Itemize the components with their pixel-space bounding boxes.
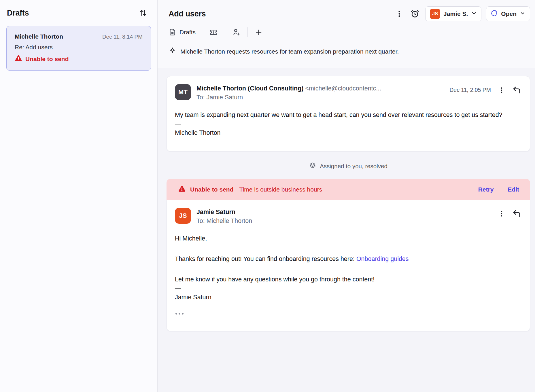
message-actions: Dec 11, 2:05 PM — [449, 84, 522, 95]
edit-button[interactable]: Edit — [508, 186, 519, 193]
error-title: Unable to send — [190, 186, 234, 193]
ai-summary-text: Michelle Thorton requests resources for … — [180, 48, 399, 55]
error-detail: Time is outside business hours — [239, 186, 322, 193]
signature-divider: — — [175, 284, 521, 293]
document-icon — [169, 28, 176, 36]
message-from: Michelle Thorton (Cloud Consulting) <mic… — [196, 84, 444, 93]
toolbar-divider — [247, 27, 248, 37]
avatar: JS — [175, 208, 191, 224]
assignee-avatar: JS — [430, 9, 440, 19]
message-thread[interactable]: MT Michelle Thorton (Cloud Consulting) <… — [158, 68, 535, 392]
status-label: Open — [501, 10, 517, 17]
sidebar-header: Drafts — [6, 0, 151, 26]
chevron-down-icon — [520, 10, 525, 18]
more-options-button[interactable] — [394, 9, 404, 19]
add-participant-button[interactable] — [232, 27, 241, 37]
chevron-down-icon — [471, 10, 477, 18]
person-add-icon — [232, 28, 241, 36]
kebab-menu-icon — [498, 210, 505, 217]
assignee-button[interactable]: JS Jamie S. — [425, 6, 481, 21]
reply-arrow-icon — [512, 86, 521, 94]
draft-list-item[interactable]: Michelle Thorton Dec 11, 8:14 PM Re: Add… — [6, 26, 151, 71]
reply-button[interactable] — [512, 85, 522, 95]
sender-email: <michelle@cloudcontentc... — [305, 85, 381, 92]
message-paragraph: Let me know if you have any questions wh… — [175, 275, 521, 284]
sort-arrows-icon — [139, 9, 148, 17]
send-error-banner: Unable to send Time is outside business … — [167, 179, 530, 200]
message-header: MT Michelle Thorton (Cloud Consulting) <… — [167, 76, 530, 102]
kebab-menu-icon — [395, 10, 403, 18]
app-window: Drafts Michelle Thorton Dec 11, 8:14 PM … — [0, 0, 535, 392]
sender-name: Jamie Saturn — [196, 209, 235, 215]
toolbar-divider — [225, 27, 225, 37]
sort-button[interactable] — [138, 7, 149, 18]
conversation-status-button[interactable]: Open — [486, 6, 530, 21]
message-paragraph: Thanks for reaching out! You can find on… — [175, 255, 521, 264]
add-button[interactable] — [254, 28, 263, 37]
avatar: MT — [175, 84, 191, 100]
drafts-tag-button[interactable]: Drafts — [169, 28, 196, 36]
conversation-toolbar: Drafts — [158, 24, 535, 40]
draft-message-block: Unable to send Time is outside business … — [167, 179, 530, 331]
message-paragraph: My team is expanding next quarter we wan… — [175, 111, 521, 120]
assignment-status-row: Assigned to you, resolved — [167, 162, 530, 170]
message-body: My team is expanding next quarter we wan… — [167, 102, 530, 151]
assignment-status-text: Assigned to you, resolved — [320, 163, 387, 170]
warning-triangle-icon — [15, 54, 22, 63]
signature: Jamie Saturn — [175, 293, 521, 302]
plus-icon — [255, 28, 263, 36]
retry-button[interactable]: Retry — [478, 186, 494, 193]
header-actions: JS Jamie S. Open — [394, 6, 530, 21]
ticket-icon — [209, 28, 218, 37]
draft-item-row: Michelle Thorton Dec 11, 8:14 PM — [15, 33, 143, 40]
reply-arrow-icon — [512, 209, 521, 218]
message-header: JS Jamie Saturn To: Michelle Thorton — [167, 200, 530, 226]
message-timestamp: Dec 11, 2:05 PM — [449, 87, 491, 93]
drafts-tag-label: Drafts — [179, 29, 196, 36]
draft-sender: Michelle Thorton — [15, 33, 63, 40]
draft-message-card: JS Jamie Saturn To: Michelle Thorton — [167, 200, 530, 331]
expand-trimmed-content-button[interactable] — [175, 312, 184, 315]
message-meta: Michelle Thorton (Cloud Consulting) <mic… — [196, 84, 444, 102]
alarm-clock-icon — [410, 9, 419, 18]
drafts-sidebar: Drafts Michelle Thorton Dec 11, 8:14 PM … — [0, 0, 158, 392]
assignee-label: Jamie S. — [443, 10, 468, 17]
draft-status: Unable to send — [15, 54, 143, 63]
ellipsis-icon — [175, 313, 177, 315]
conversation-header: Add users JS Jamie S. — [158, 0, 535, 24]
draft-subject: Re: Add users — [15, 44, 143, 51]
kebab-menu-icon — [498, 86, 505, 94]
warning-triangle-icon — [178, 185, 186, 194]
sparkle-icon — [169, 47, 176, 56]
message-recipient: To: Michelle Thorton — [196, 217, 492, 226]
message-recipient: To: Jamie Saturn — [196, 93, 444, 102]
paragraph-text: Thanks for reaching out! You can find on… — [175, 255, 356, 262]
snooze-button[interactable] — [409, 8, 421, 20]
layers-icon — [309, 162, 316, 170]
open-status-ring-icon — [491, 10, 498, 18]
draft-timestamp: Dec 11, 8:14 PM — [102, 34, 143, 40]
conversation-main: Add users JS Jamie S. — [158, 0, 535, 392]
message-body: Hi Michelle, Thanks for reaching out! Yo… — [167, 226, 530, 331]
message-more-button[interactable] — [497, 209, 506, 218]
onboarding-guides-link[interactable]: Onboarding guides — [356, 255, 409, 262]
reply-button[interactable] — [512, 209, 522, 219]
ticket-button[interactable] — [209, 27, 219, 37]
signature-divider: — — [175, 120, 521, 128]
message-paragraph: Hi Michelle, — [175, 234, 521, 243]
conversation-title: Add users — [169, 10, 206, 18]
ai-summary-row: Michelle Thorton requests resources for … — [158, 40, 535, 68]
signature: Michelle Thorton — [175, 128, 521, 137]
message-more-button[interactable] — [497, 86, 506, 94]
sender-name: Michelle Thorton (Cloud Consulting) — [196, 85, 303, 92]
message-from: Jamie Saturn — [196, 208, 492, 217]
message-card: MT Michelle Thorton (Cloud Consulting) <… — [167, 76, 530, 152]
message-actions — [497, 208, 522, 219]
toolbar-divider — [202, 27, 202, 37]
draft-status-label: Unable to send — [25, 56, 69, 63]
message-meta: Jamie Saturn To: Michelle Thorton — [196, 208, 492, 226]
sidebar-title: Drafts — [7, 9, 29, 18]
